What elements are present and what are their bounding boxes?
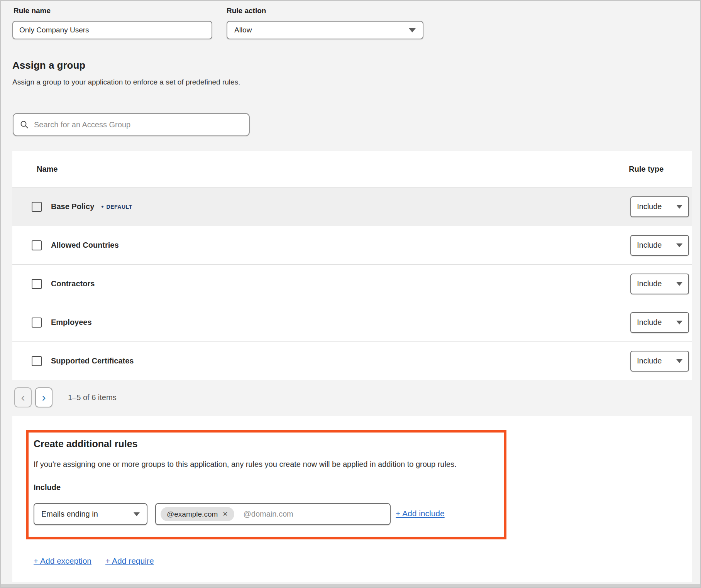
search-input[interactable] — [34, 120, 242, 129]
previous-page-button[interactable]: ‹ — [14, 387, 32, 407]
rule-type-value: Include — [637, 279, 662, 288]
email-domain-input[interactable] — [244, 510, 385, 519]
row-name: Base Policy — [51, 202, 94, 211]
rule-type-select[interactable]: Include — [630, 196, 689, 217]
add-exception-link[interactable]: + Add exception — [34, 556, 91, 566]
access-group-table: Name Rule type Base Policy • DEFAULT Inc… — [12, 151, 692, 380]
row-checkbox[interactable] — [32, 318, 42, 328]
include-section-label: Include — [34, 483, 61, 492]
rule-type-value: Include — [637, 241, 662, 250]
chevron-down-icon — [676, 205, 682, 209]
rule-type-select[interactable]: Include — [630, 274, 689, 294]
rule-editor-page: Rule name Rule action Allow Assign a gro… — [0, 0, 701, 588]
row-checkbox[interactable] — [32, 240, 42, 250]
chevron-down-icon — [676, 321, 682, 324]
assign-group-title: Assign a group — [12, 59, 85, 71]
table-row: Contractors Include — [12, 264, 692, 303]
rule-name-input[interactable] — [12, 21, 212, 39]
chevron-down-icon — [676, 359, 682, 363]
table-row: Base Policy • DEFAULT Include — [12, 187, 692, 226]
rule-name-label: Rule name — [14, 7, 51, 15]
table-header-row: Name Rule type — [12, 151, 692, 187]
additional-rules-description: If you're assigning one or more groups t… — [34, 460, 457, 469]
rule-type-value: Include — [637, 318, 662, 327]
column-header-name: Name — [37, 165, 58, 174]
include-condition-value: Emails ending in — [41, 510, 98, 519]
email-domain-chip: @example.com ✕ — [161, 507, 234, 521]
row-checkbox[interactable] — [32, 279, 42, 289]
horizontal-scrollbar[interactable] — [1, 584, 700, 587]
row-name: Supported Certificates — [51, 357, 134, 365]
badge-label: DEFAULT — [107, 204, 132, 210]
next-page-button[interactable]: › — [35, 387, 52, 407]
row-name: Employees — [51, 318, 92, 327]
additional-rules-card: Create additional rules If you're assign… — [12, 416, 692, 582]
row-checkbox[interactable] — [32, 356, 42, 366]
additional-rules-title: Create additional rules — [34, 438, 138, 449]
include-condition-select[interactable]: Emails ending in — [34, 503, 147, 525]
table-row: Supported Certificates Include — [12, 341, 692, 380]
table-row: Allowed Countries Include — [12, 226, 692, 264]
row-name: Allowed Countries — [51, 241, 119, 250]
rule-type-value: Include — [637, 357, 662, 365]
rule-type-select[interactable]: Include — [630, 351, 689, 372]
column-header-rule-type: Rule type — [629, 165, 664, 174]
chevron-down-icon — [676, 243, 682, 247]
pagination: ‹ › 1–5 of 6 items — [14, 387, 117, 407]
pagination-range-label: 1–5 of 6 items — [68, 393, 117, 402]
chevron-down-icon — [676, 282, 682, 286]
group-table-body: Base Policy • DEFAULT Include Allowed Co… — [12, 187, 692, 380]
add-require-link[interactable]: + Add require — [105, 556, 154, 566]
chip-label: @example.com — [167, 510, 218, 519]
row-name: Contractors — [51, 279, 95, 288]
assign-group-description: Assign a group to your application to en… — [12, 78, 240, 86]
row-checkbox[interactable] — [32, 202, 42, 212]
rule-type-value: Include — [637, 202, 662, 211]
access-group-search — [13, 113, 250, 136]
rule-type-select[interactable]: Include — [630, 235, 689, 256]
rule-action-select[interactable]: Allow — [227, 21, 423, 39]
search-icon — [20, 120, 29, 129]
email-domain-field: @example.com ✕ — [155, 503, 391, 525]
chevron-down-icon — [409, 28, 416, 32]
chevron-left-icon: ‹ — [21, 392, 25, 403]
chevron-right-icon: › — [42, 392, 46, 403]
chevron-down-icon — [134, 512, 140, 516]
rule-action-label: Rule action — [227, 7, 266, 15]
badge-dot: • — [101, 203, 103, 210]
chip-remove-icon[interactable]: ✕ — [222, 511, 228, 517]
rule-type-select[interactable]: Include — [630, 312, 689, 333]
rule-links: + Add exception + Add require — [34, 556, 154, 566]
table-row: Employees Include — [12, 303, 692, 341]
add-include-link[interactable]: + Add include — [396, 509, 445, 518]
default-badge: • DEFAULT — [101, 203, 132, 210]
rule-action-value: Allow — [234, 26, 252, 34]
